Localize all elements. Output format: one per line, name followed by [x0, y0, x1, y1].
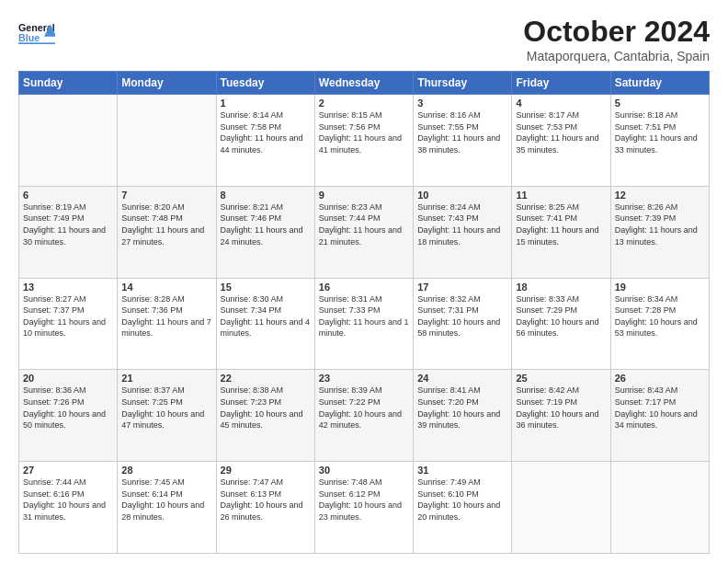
sunset-text: Sunset: 7:23 PM — [221, 396, 311, 408]
daylight-text: Daylight: 11 hours and 30 minutes. — [23, 224, 113, 247]
day-number: 6 — [23, 190, 113, 201]
daylight-text: Daylight: 10 hours and 47 minutes. — [121, 408, 211, 431]
table-row: 26 Sunrise: 8:43 AM Sunset: 7:17 PM Dayl… — [610, 370, 709, 462]
day-number: 1 — [221, 98, 311, 109]
sunrise-text: Sunrise: 8:34 AM — [615, 293, 705, 305]
col-sunday: Sunday — [19, 72, 118, 95]
day-number: 10 — [417, 190, 507, 201]
sunrise-text: Sunrise: 8:20 AM — [121, 201, 211, 213]
day-number: 18 — [516, 282, 606, 293]
table-row: 28 Sunrise: 7:45 AM Sunset: 6:14 PM Dayl… — [118, 462, 216, 554]
sunrise-text: Sunrise: 7:49 AM — [417, 477, 507, 488]
table-row: 10 Sunrise: 8:24 AM Sunset: 7:43 PM Dayl… — [414, 186, 512, 278]
day-number: 20 — [23, 373, 113, 384]
sunset-text: Sunset: 7:19 PM — [516, 396, 606, 408]
day-number: 15 — [221, 282, 311, 293]
day-number: 29 — [221, 465, 311, 476]
day-info: Sunrise: 8:28 AM Sunset: 7:36 PM Dayligh… — [121, 293, 211, 339]
day-number: 21 — [121, 373, 211, 384]
table-row: 11 Sunrise: 8:25 AM Sunset: 7:41 PM Dayl… — [512, 186, 610, 278]
table-row: 25 Sunrise: 8:42 AM Sunset: 7:19 PM Dayl… — [512, 370, 610, 462]
sunset-text: Sunset: 7:56 PM — [319, 121, 409, 133]
calendar-header-row: Sunday Monday Tuesday Wednesday Thursday… — [19, 72, 710, 95]
day-info: Sunrise: 8:16 AM Sunset: 7:55 PM Dayligh… — [417, 109, 507, 155]
table-row: 5 Sunrise: 8:18 AM Sunset: 7:51 PM Dayli… — [610, 95, 709, 187]
sunrise-text: Sunrise: 7:47 AM — [221, 477, 311, 488]
day-number: 16 — [319, 282, 409, 293]
sunset-text: Sunset: 6:14 PM — [121, 488, 211, 500]
sunset-text: Sunset: 6:13 PM — [221, 488, 311, 500]
daylight-text: Daylight: 11 hours and 10 minutes. — [23, 316, 113, 339]
sunrise-text: Sunrise: 8:31 AM — [319, 293, 409, 305]
table-row: 6 Sunrise: 8:19 AM Sunset: 7:49 PM Dayli… — [19, 186, 118, 278]
table-row: 12 Sunrise: 8:26 AM Sunset: 7:39 PM Dayl… — [610, 186, 709, 278]
daylight-text: Daylight: 11 hours and 38 minutes. — [417, 132, 507, 155]
day-info: Sunrise: 7:48 AM Sunset: 6:12 PM Dayligh… — [319, 477, 409, 523]
calendar-week-row: 27 Sunrise: 7:44 AM Sunset: 6:16 PM Dayl… — [19, 462, 710, 554]
day-info: Sunrise: 8:20 AM Sunset: 7:48 PM Dayligh… — [121, 201, 211, 247]
day-info: Sunrise: 8:21 AM Sunset: 7:46 PM Dayligh… — [221, 201, 311, 247]
sunset-text: Sunset: 7:31 PM — [417, 304, 507, 316]
day-number: 22 — [221, 373, 311, 384]
daylight-text: Daylight: 10 hours and 56 minutes. — [516, 316, 606, 339]
daylight-text: Daylight: 10 hours and 45 minutes. — [221, 408, 311, 431]
table-row: 24 Sunrise: 8:41 AM Sunset: 7:20 PM Dayl… — [414, 370, 512, 462]
daylight-text: Daylight: 10 hours and 34 minutes. — [615, 408, 705, 431]
day-number: 28 — [121, 465, 211, 476]
day-info: Sunrise: 8:25 AM Sunset: 7:41 PM Dayligh… — [516, 201, 606, 247]
day-number: 3 — [417, 98, 507, 109]
table-row: 29 Sunrise: 7:47 AM Sunset: 6:13 PM Dayl… — [216, 462, 314, 554]
table-row: 15 Sunrise: 8:30 AM Sunset: 7:34 PM Dayl… — [216, 278, 314, 370]
sunset-text: Sunset: 6:16 PM — [23, 488, 113, 500]
day-info: Sunrise: 8:43 AM Sunset: 7:17 PM Dayligh… — [615, 385, 705, 431]
sunrise-text: Sunrise: 8:43 AM — [615, 385, 705, 396]
sunset-text: Sunset: 7:53 PM — [516, 121, 606, 133]
sunrise-text: Sunrise: 8:41 AM — [417, 385, 507, 396]
calendar-week-row: 1 Sunrise: 8:14 AM Sunset: 7:58 PM Dayli… — [19, 95, 710, 187]
table-row: 2 Sunrise: 8:15 AM Sunset: 7:56 PM Dayli… — [314, 95, 413, 187]
sunrise-text: Sunrise: 8:18 AM — [615, 109, 705, 121]
day-info: Sunrise: 8:41 AM Sunset: 7:20 PM Dayligh… — [417, 385, 507, 431]
sunrise-text: Sunrise: 8:17 AM — [516, 109, 606, 121]
day-info: Sunrise: 8:15 AM Sunset: 7:56 PM Dayligh… — [319, 109, 409, 155]
sunset-text: Sunset: 7:29 PM — [516, 304, 606, 316]
sunrise-text: Sunrise: 8:23 AM — [319, 201, 409, 213]
sunrise-text: Sunrise: 8:19 AM — [23, 201, 113, 213]
day-info: Sunrise: 8:31 AM Sunset: 7:33 PM Dayligh… — [319, 293, 409, 339]
day-info: Sunrise: 8:19 AM Sunset: 7:49 PM Dayligh… — [23, 201, 113, 247]
daylight-text: Daylight: 10 hours and 23 minutes. — [319, 500, 409, 523]
daylight-text: Daylight: 10 hours and 42 minutes. — [319, 408, 409, 431]
sunrise-text: Sunrise: 8:28 AM — [121, 293, 211, 305]
day-number: 4 — [516, 98, 606, 109]
daylight-text: Daylight: 10 hours and 50 minutes. — [23, 408, 113, 431]
sunrise-text: Sunrise: 8:36 AM — [23, 385, 113, 396]
daylight-text: Daylight: 10 hours and 28 minutes. — [121, 500, 211, 523]
sunset-text: Sunset: 7:51 PM — [615, 121, 705, 133]
daylight-text: Daylight: 11 hours and 13 minutes. — [615, 224, 705, 247]
day-number: 25 — [516, 373, 606, 384]
day-info: Sunrise: 8:38 AM Sunset: 7:23 PM Dayligh… — [221, 385, 311, 431]
day-number: 24 — [417, 373, 507, 384]
day-info: Sunrise: 7:44 AM Sunset: 6:16 PM Dayligh… — [23, 477, 113, 523]
daylight-text: Daylight: 11 hours and 24 minutes. — [221, 224, 311, 247]
table-row — [512, 462, 610, 554]
sunset-text: Sunset: 7:55 PM — [417, 121, 507, 133]
day-info: Sunrise: 8:42 AM Sunset: 7:19 PM Dayligh… — [516, 385, 606, 431]
day-number: 23 — [319, 373, 409, 384]
day-info: Sunrise: 8:18 AM Sunset: 7:51 PM Dayligh… — [615, 109, 705, 155]
daylight-text: Daylight: 11 hours and 1 minute. — [319, 316, 409, 339]
day-number: 31 — [417, 465, 507, 476]
sunset-text: Sunset: 7:39 PM — [615, 213, 705, 224]
sunrise-text: Sunrise: 8:32 AM — [417, 293, 507, 305]
sunset-text: Sunset: 7:26 PM — [23, 396, 113, 408]
daylight-text: Daylight: 11 hours and 4 minutes. — [221, 316, 311, 339]
sunrise-text: Sunrise: 8:16 AM — [417, 109, 507, 121]
sunset-text: Sunset: 7:36 PM — [121, 304, 211, 316]
sunset-text: Sunset: 7:22 PM — [319, 396, 409, 408]
sunset-text: Sunset: 7:43 PM — [417, 213, 507, 224]
day-number: 26 — [615, 373, 705, 384]
calendar-table: Sunday Monday Tuesday Wednesday Thursday… — [18, 71, 710, 554]
calendar-week-row: 6 Sunrise: 8:19 AM Sunset: 7:49 PM Dayli… — [19, 186, 710, 278]
table-row: 14 Sunrise: 8:28 AM Sunset: 7:36 PM Dayl… — [118, 278, 216, 370]
sunset-text: Sunset: 7:49 PM — [23, 213, 113, 224]
